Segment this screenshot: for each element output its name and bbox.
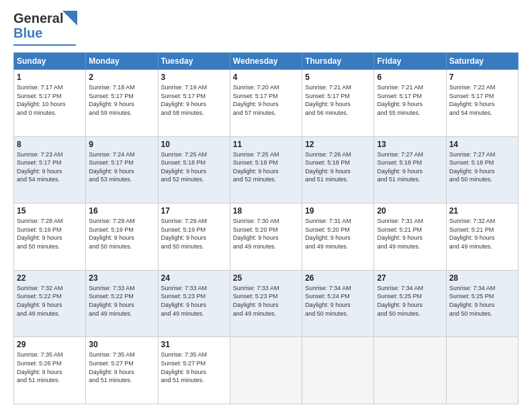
calendar-cell	[230, 337, 302, 404]
day-number: 12	[305, 140, 371, 149]
cell-line: Sunrise: 7:23 AM	[17, 150, 83, 159]
header: General Blue	[13, 11, 519, 46]
cell-sun-info: Sunrise: 7:21 AMSunset: 5:17 PMDaylight:…	[377, 83, 443, 117]
cell-line: Sunset: 5:19 PM	[89, 226, 154, 234]
cell-line: and 49 minutes.	[17, 310, 83, 318]
calendar-cell: 23Sunrise: 7:33 AMSunset: 5:22 PMDayligh…	[86, 270, 158, 337]
day-number: 5	[305, 73, 371, 82]
cell-line: Daylight: 9 hours	[161, 167, 227, 176]
day-number: 9	[89, 140, 154, 149]
day-number: 14	[449, 140, 515, 149]
cell-sun-info: Sunrise: 7:18 AMSunset: 5:17 PMDaylight:…	[89, 83, 154, 117]
cell-line: Sunrise: 7:33 AM	[233, 284, 299, 293]
cell-line: Sunset: 5:17 PM	[377, 92, 443, 101]
calendar-cell: 4Sunrise: 7:20 AMSunset: 5:17 PMDaylight…	[230, 70, 302, 137]
cell-line: Daylight: 9 hours	[449, 167, 515, 176]
cell-line: Daylight: 9 hours	[17, 368, 83, 377]
weekday-header-sunday: Sunday	[14, 53, 86, 70]
cell-line: Sunset: 5:17 PM	[89, 158, 154, 167]
calendar-cell: 28Sunrise: 7:34 AMSunset: 5:25 PMDayligh…	[446, 270, 518, 337]
cell-line: Sunset: 5:23 PM	[233, 292, 299, 301]
cell-line: and 51 minutes.	[305, 175, 371, 184]
cell-line: Sunset: 5:17 PM	[305, 92, 371, 101]
calendar-cell: 13Sunrise: 7:27 AMSunset: 5:18 PMDayligh…	[374, 136, 446, 203]
cell-sun-info: Sunrise: 7:26 AMSunset: 5:18 PMDaylight:…	[305, 150, 371, 184]
cell-sun-info: Sunrise: 7:35 AMSunset: 5:26 PMDaylight:…	[17, 351, 83, 384]
day-number: 22	[17, 273, 83, 283]
cell-sun-info: Sunrise: 7:27 AMSunset: 5:18 PMDaylight:…	[377, 150, 443, 184]
cell-line: Daylight: 9 hours	[89, 167, 154, 176]
cell-sun-info: Sunrise: 7:21 AMSunset: 5:17 PMDaylight:…	[305, 83, 371, 117]
calendar-cell: 9Sunrise: 7:24 AMSunset: 5:17 PMDaylight…	[86, 136, 158, 203]
cell-line: Daylight: 9 hours	[89, 100, 154, 109]
cell-line: Sunrise: 7:29 AM	[89, 217, 154, 226]
cell-line: and 51 minutes.	[89, 376, 154, 385]
cell-line: and 50 minutes.	[449, 175, 515, 184]
page: General Blue SundayMondayTuesdayWednesda…	[0, 0, 532, 411]
cell-line: Sunset: 5:18 PM	[233, 158, 299, 167]
calendar-table: SundayMondayTuesdayWednesdayThursdayFrid…	[13, 52, 519, 404]
calendar-week-row: 1Sunrise: 7:17 AMSunset: 5:17 PMDaylight…	[14, 70, 519, 137]
calendar-cell: 16Sunrise: 7:29 AMSunset: 5:19 PMDayligh…	[86, 203, 158, 271]
day-number: 13	[377, 140, 443, 149]
cell-line: Sunset: 5:25 PM	[449, 292, 515, 301]
day-number: 1	[17, 73, 83, 82]
cell-line: and 50 minutes.	[305, 310, 371, 318]
cell-line: Sunset: 5:19 PM	[161, 226, 227, 234]
cell-line: Daylight: 9 hours	[161, 301, 227, 310]
cell-line: and 50 minutes.	[161, 242, 227, 251]
cell-line: and 52 minutes.	[233, 175, 299, 184]
cell-line: and 0 minutes.	[17, 109, 83, 118]
cell-line: Daylight: 9 hours	[89, 368, 154, 377]
cell-line: Sunrise: 7:17 AM	[17, 83, 83, 92]
calendar-cell	[374, 337, 446, 404]
cell-line: and 52 minutes.	[161, 175, 227, 184]
calendar-cell: 1Sunrise: 7:17 AMSunset: 5:17 PMDaylight…	[14, 70, 86, 137]
day-number: 25	[233, 273, 299, 283]
logo: General Blue	[13, 11, 77, 46]
cell-line: Sunrise: 7:24 AM	[89, 150, 154, 159]
cell-sun-info: Sunrise: 7:29 AMSunset: 5:19 PMDaylight:…	[161, 217, 227, 250]
cell-sun-info: Sunrise: 7:23 AMSunset: 5:17 PMDaylight:…	[17, 150, 83, 184]
cell-line: Daylight: 9 hours	[305, 100, 371, 109]
cell-line: Sunrise: 7:21 AM	[377, 83, 443, 92]
weekday-header-wednesday: Wednesday	[230, 53, 302, 70]
cell-line: Sunset: 5:26 PM	[17, 359, 83, 368]
day-number: 4	[233, 73, 299, 82]
cell-line: Sunrise: 7:35 AM	[161, 351, 227, 359]
cell-line: Daylight: 9 hours	[377, 234, 443, 242]
day-number: 2	[89, 73, 154, 82]
cell-line: Sunset: 5:24 PM	[305, 292, 371, 301]
calendar-cell: 22Sunrise: 7:32 AMSunset: 5:22 PMDayligh…	[14, 270, 86, 337]
cell-line: Sunrise: 7:32 AM	[17, 284, 83, 293]
cell-line: and 50 minutes.	[449, 310, 515, 318]
cell-line: Sunrise: 7:30 AM	[233, 217, 299, 226]
calendar-cell: 8Sunrise: 7:23 AMSunset: 5:17 PMDaylight…	[14, 136, 86, 203]
weekday-header-row: SundayMondayTuesdayWednesdayThursdayFrid…	[14, 53, 519, 70]
cell-line: and 51 minutes.	[17, 376, 83, 385]
cell-line: and 51 minutes.	[161, 376, 227, 385]
cell-line: and 54 minutes.	[17, 175, 83, 184]
calendar-cell: 29Sunrise: 7:35 AMSunset: 5:26 PMDayligh…	[14, 337, 86, 404]
cell-line: Sunrise: 7:21 AM	[305, 83, 371, 92]
cell-line: and 58 minutes.	[161, 109, 227, 118]
calendar-week-row: 29Sunrise: 7:35 AMSunset: 5:26 PMDayligh…	[14, 337, 519, 404]
calendar-cell: 20Sunrise: 7:31 AMSunset: 5:21 PMDayligh…	[374, 203, 446, 271]
cell-line: and 49 minutes.	[449, 242, 515, 251]
cell-line: Sunset: 5:27 PM	[161, 359, 227, 368]
calendar-cell: 25Sunrise: 7:33 AMSunset: 5:23 PMDayligh…	[230, 270, 302, 337]
logo-triangle-icon	[62, 11, 77, 26]
cell-sun-info: Sunrise: 7:33 AMSunset: 5:23 PMDaylight:…	[161, 284, 227, 318]
cell-line: Sunrise: 7:31 AM	[305, 217, 371, 226]
cell-line: Sunrise: 7:26 AM	[305, 150, 371, 159]
cell-line: Sunrise: 7:27 AM	[377, 150, 443, 159]
cell-line: Sunset: 5:18 PM	[305, 158, 371, 167]
cell-line: Daylight: 10 hours	[17, 100, 83, 109]
cell-line: Daylight: 9 hours	[305, 234, 371, 242]
cell-sun-info: Sunrise: 7:31 AMSunset: 5:21 PMDaylight:…	[377, 217, 443, 250]
cell-line: Daylight: 9 hours	[233, 167, 299, 176]
cell-line: Sunset: 5:21 PM	[449, 226, 515, 234]
day-number: 21	[449, 206, 515, 216]
calendar-week-row: 8Sunrise: 7:23 AMSunset: 5:17 PMDaylight…	[14, 136, 519, 203]
cell-sun-info: Sunrise: 7:31 AMSunset: 5:20 PMDaylight:…	[305, 217, 371, 250]
